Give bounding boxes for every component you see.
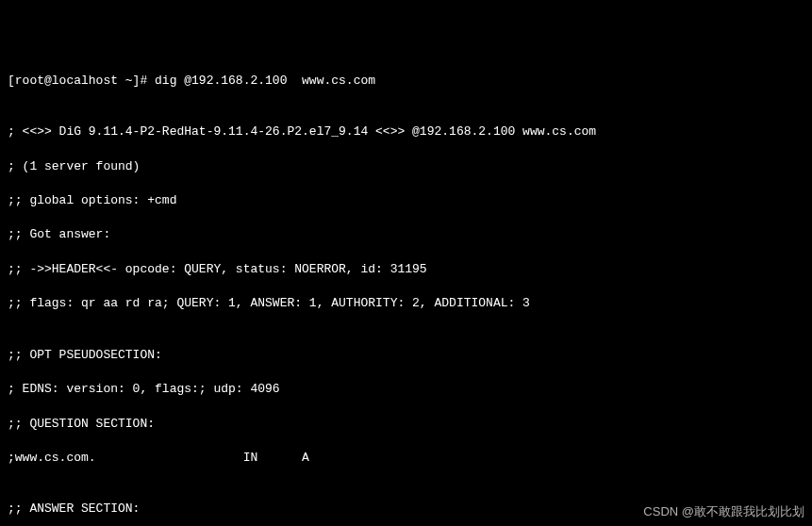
question-section-header: ;; QUESTION SECTION: bbox=[8, 416, 804, 433]
edns-line: ; EDNS: version: 0, flags:; udp: 4096 bbox=[8, 381, 804, 398]
opt-pseudosection-header: ;; OPT PSEUDOSECTION: bbox=[8, 347, 804, 364]
shell-prompt[interactable]: [root@localhost ~]# dig @192.168.2.100 w… bbox=[8, 73, 804, 90]
question-row: ;www.cs.com. IN A bbox=[8, 450, 804, 467]
got-answer-line: ;; Got answer: bbox=[8, 226, 804, 243]
global-options-line: ;; global options: +cmd bbox=[8, 192, 804, 209]
flags-line: ;; flags: qr aa rd ra; QUERY: 1, ANSWER:… bbox=[8, 295, 804, 312]
header-line: ;; ->>HEADER<<- opcode: QUERY, status: N… bbox=[8, 261, 804, 278]
watermark-text: CSDN @敢不敢跟我比划比划 bbox=[643, 503, 804, 520]
server-found-line: ; (1 server found) bbox=[8, 158, 804, 175]
dig-version-line: ; <<>> DiG 9.11.4-P2-RedHat-9.11.4-26.P2… bbox=[8, 123, 804, 140]
